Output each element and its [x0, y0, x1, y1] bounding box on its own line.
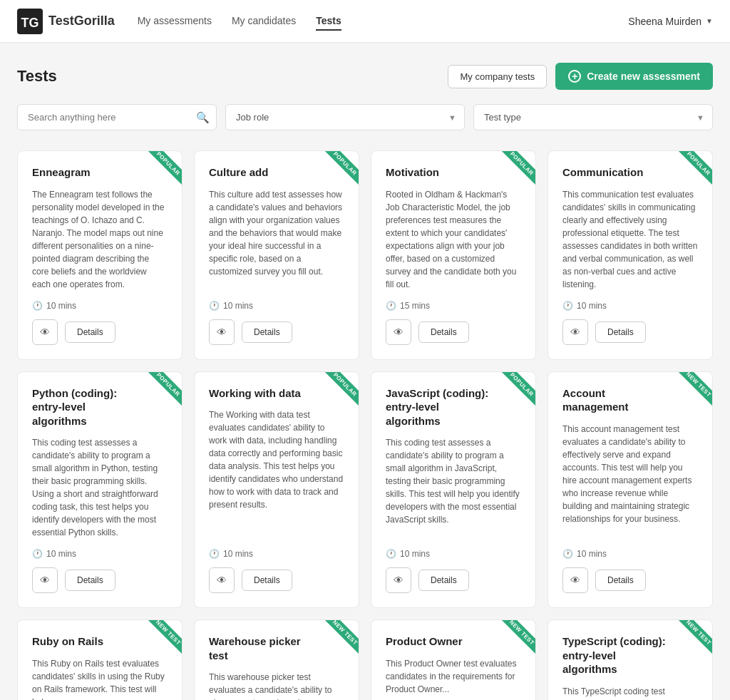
preview-button[interactable]: 👁: [562, 567, 588, 593]
job-role-select[interactable]: Job role: [225, 104, 465, 130]
details-button[interactable]: Details: [595, 570, 646, 591]
ribbon: NEW TEST: [669, 620, 712, 663]
eye-icon: 👁: [217, 575, 227, 586]
ribbon: POPULAR: [139, 372, 182, 415]
details-button[interactable]: Details: [65, 321, 115, 343]
ribbon: POPULAR: [493, 151, 535, 194]
eye-icon: 👁: [394, 326, 403, 338]
test-card: NEW TEST TypeScript (coding): entry-leve…: [548, 619, 713, 700]
eye-icon: 👁: [217, 326, 227, 338]
logo-text: TestGorilla: [48, 14, 115, 29]
card-duration: 10 mins: [400, 549, 430, 559]
details-button[interactable]: Details: [242, 570, 292, 591]
preview-button[interactable]: 👁: [386, 319, 411, 345]
card-meta: 🕐 10 mins: [209, 549, 344, 559]
details-button[interactable]: Details: [595, 321, 646, 343]
main-content: Tests My company tests + Create new asse…: [0, 43, 730, 700]
ribbon: NEW TEST: [669, 372, 712, 415]
test-card: POPULAR Culture add This culture add tes…: [194, 150, 359, 360]
card-actions: 👁 Details: [562, 319, 698, 345]
ribbon: POPULAR: [139, 151, 182, 194]
card-actions: 👁 Details: [209, 567, 344, 593]
card-description: Rooted in Oldham & Hackman's Job Charact…: [386, 188, 521, 291]
preview-button[interactable]: 👁: [386, 567, 411, 593]
card-meta: 🕐 15 mins: [386, 301, 521, 311]
ribbon: NEW TEST: [493, 620, 535, 663]
badge-label: NEW TEST: [500, 620, 535, 654]
eye-icon: 👁: [394, 575, 403, 586]
card-duration: 10 mins: [223, 301, 253, 311]
card-meta: 🕐 10 mins: [386, 549, 521, 559]
navbar: TG TestGorilla My assessments My candida…: [0, 0, 730, 43]
preview-button[interactable]: 👁: [209, 319, 235, 345]
card-description: This account management test evaluates a…: [562, 423, 698, 540]
filter-row: 🔍 Job role ▼ Test type ▼: [17, 104, 713, 130]
card-actions: 👁 Details: [386, 567, 521, 593]
page-title: Tests: [17, 67, 57, 86]
details-button[interactable]: Details: [418, 570, 469, 591]
company-tests-button[interactable]: My company tests: [448, 65, 547, 88]
test-type-wrapper: Test type ▼: [473, 104, 713, 130]
chevron-down-icon: ▼: [706, 17, 713, 25]
test-card: POPULAR Working with data The Working wi…: [194, 371, 359, 609]
card-meta: 🕐 10 mins: [562, 549, 698, 559]
job-role-wrapper: Job role ▼: [225, 104, 465, 130]
logo: TG TestGorilla: [17, 9, 115, 34]
page-header: Tests My company tests + Create new asse…: [17, 63, 713, 90]
card-duration: 10 mins: [577, 301, 607, 311]
clock-icon: 🕐: [386, 301, 396, 311]
nav-my-candidates[interactable]: My candidates: [232, 12, 296, 31]
card-actions: 👁 Details: [562, 567, 698, 593]
nav-tests[interactable]: Tests: [316, 12, 341, 31]
user-menu[interactable]: Sheena Muirden ▼: [628, 16, 713, 27]
details-button[interactable]: Details: [418, 321, 469, 343]
test-card: POPULAR JavaScript (coding): entry-level…: [371, 371, 536, 609]
test-card: POPULAR Motivation Rooted in Oldham & Ha…: [371, 150, 536, 360]
search-icon[interactable]: 🔍: [196, 111, 210, 124]
nav-my-assessments[interactable]: My assessments: [138, 12, 212, 31]
clock-icon: 🕐: [386, 549, 396, 559]
badge-label: NEW TEST: [677, 372, 712, 406]
clock-icon: 🕐: [209, 549, 220, 559]
test-card: NEW TEST Ruby on Rails This Ruby on Rail…: [17, 619, 182, 700]
card-meta: 🕐 10 mins: [562, 301, 698, 311]
badge-label: POPULAR: [500, 151, 535, 185]
card-duration: 10 mins: [577, 549, 607, 559]
card-duration: 15 mins: [400, 301, 430, 311]
card-description: This culture add test assesses how a can…: [209, 188, 344, 291]
user-name: Sheena Muirden: [628, 16, 701, 27]
ribbon: POPULAR: [316, 151, 359, 194]
test-card: NEW TEST Warehouse picker test This ware…: [194, 619, 359, 700]
ribbon: POPULAR: [669, 151, 712, 194]
card-description: This coding test assesses a candidate's …: [386, 436, 521, 539]
ribbon: NEW TEST: [316, 620, 359, 663]
clock-icon: 🕐: [32, 301, 43, 311]
card-meta: 🕐 10 mins: [209, 301, 344, 311]
eye-icon: 👁: [570, 326, 580, 338]
header-actions: My company tests + Create new assessment: [448, 63, 713, 90]
create-assessment-button[interactable]: + Create new assessment: [555, 63, 713, 90]
card-duration: 10 mins: [46, 301, 76, 311]
ribbon: POPULAR: [316, 372, 359, 415]
details-button[interactable]: Details: [65, 570, 115, 591]
preview-button[interactable]: 👁: [32, 319, 58, 345]
test-card: POPULAR Communication This communication…: [548, 150, 713, 360]
test-card: NEW TEST Account management This account…: [548, 371, 713, 609]
badge-label: POPULAR: [500, 372, 535, 406]
preview-button[interactable]: 👁: [32, 567, 58, 593]
badge-label: NEW TEST: [147, 620, 182, 654]
search-input[interactable]: [17, 104, 217, 130]
preview-button[interactable]: 👁: [562, 319, 588, 345]
search-wrapper: 🔍: [17, 104, 217, 130]
preview-button[interactable]: 👁: [209, 567, 235, 593]
card-description: The Working with data test evaluates can…: [209, 408, 344, 539]
badge-label: NEW TEST: [324, 620, 359, 654]
card-description: This coding test assesses a candidate's …: [32, 436, 168, 539]
test-card: POPULAR Python (coding): entry-level alg…: [17, 371, 182, 609]
ribbon: POPULAR: [493, 372, 535, 415]
details-button[interactable]: Details: [242, 321, 292, 343]
card-meta: 🕐 10 mins: [32, 301, 168, 311]
badge-label: POPULAR: [677, 151, 712, 185]
test-type-select[interactable]: Test type: [473, 104, 713, 130]
card-description: This Ruby on Rails test evaluates candid…: [32, 657, 168, 701]
